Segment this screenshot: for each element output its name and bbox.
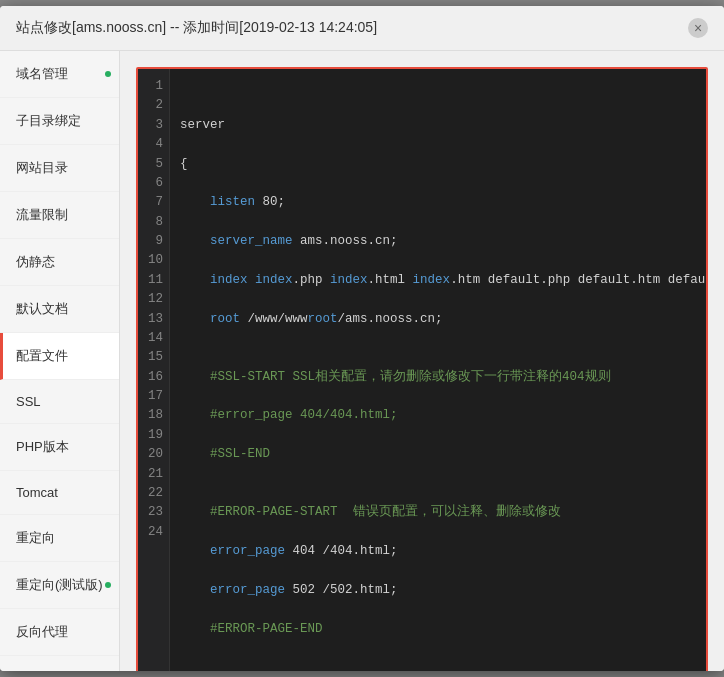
code-line-1: server [180, 116, 696, 135]
line-number-12: 12 [146, 290, 163, 309]
line-number-10: 10 [146, 251, 163, 270]
dialog-body: 域名管理子目录绑定网站目录流量限制伪静态默认文档配置文件SSLPHP版本Tomc… [0, 51, 724, 671]
close-button[interactable]: × [688, 18, 708, 38]
code-editor[interactable]: 123456789101112131415161718192021222324 … [138, 69, 706, 671]
sidebar-item-防盗链[interactable]: 防盗链 [0, 656, 119, 671]
code-editor-wrapper: 123456789101112131415161718192021222324 … [136, 67, 708, 671]
code-line-2: { [180, 155, 696, 174]
code-line-4: server_name ams.nooss.cn; [180, 232, 696, 251]
code-line-14: error_page 502 /502.html; [180, 581, 696, 600]
line-number-18: 18 [146, 406, 163, 425]
titlebar: 站点修改[ams.nooss.cn] -- 添加时间[2019-02-13 14… [0, 6, 724, 51]
code-line-9: #error_page 404/404.html; [180, 406, 696, 425]
line-number-15: 15 [146, 348, 163, 367]
line-number-11: 11 [146, 271, 163, 290]
line-number-17: 17 [146, 387, 163, 406]
main-content: 123456789101112131415161718192021222324 … [120, 51, 724, 671]
code-line-15: #ERROR-PAGE-END [180, 620, 696, 639]
sidebar: 域名管理子目录绑定网站目录流量限制伪静态默认文档配置文件SSLPHP版本Tomc… [0, 51, 120, 671]
code-line-13: error_page 404 /404.html; [180, 542, 696, 561]
sidebar-item-重定向[interactable]: 重定向 [0, 515, 119, 562]
line-number-1: 1 [146, 77, 163, 96]
line-number-16: 16 [146, 368, 163, 387]
line-number-22: 22 [146, 484, 163, 503]
sidebar-item-域名管理[interactable]: 域名管理 [0, 51, 119, 98]
sidebar-item-流量限制[interactable]: 流量限制 [0, 192, 119, 239]
line-number-19: 19 [146, 426, 163, 445]
line-number-13: 13 [146, 310, 163, 329]
line-number-23: 23 [146, 503, 163, 522]
sidebar-item-配置文件[interactable]: 配置文件 [0, 333, 119, 380]
line-number-3: 3 [146, 116, 163, 135]
sidebar-item-Tomcat[interactable]: Tomcat [0, 471, 119, 515]
line-number-2: 2 [146, 96, 163, 115]
line-number-9: 9 [146, 232, 163, 251]
sidebar-item-SSL[interactable]: SSL [0, 380, 119, 424]
code-line-10: #SSL-END [180, 445, 696, 464]
line-number-21: 21 [146, 465, 163, 484]
line-number-5: 5 [146, 155, 163, 174]
line-number-24: 24 [146, 523, 163, 542]
code-line-8: #SSL-START SSL相关配置，请勿删除或修改下一行带注释的404规则 [180, 368, 696, 387]
line-number-8: 8 [146, 213, 163, 232]
dialog-title: 站点修改[ams.nooss.cn] -- 添加时间[2019-02-13 14… [16, 19, 377, 37]
line-number-6: 6 [146, 174, 163, 193]
code-content[interactable]: server { listen 80; server_name ams.noos… [170, 69, 706, 671]
line-number-7: 7 [146, 193, 163, 212]
sidebar-item-重定向(测试版)[interactable]: 重定向(测试版) [0, 562, 119, 609]
line-number-14: 14 [146, 329, 163, 348]
sidebar-item-伪静态[interactable]: 伪静态 [0, 239, 119, 286]
code-line-12: #ERROR-PAGE-START 错误页配置，可以注释、删除或修改 [180, 503, 696, 522]
sidebar-item-反向代理[interactable]: 反向代理 [0, 609, 119, 656]
sidebar-item-子目录绑定[interactable]: 子目录绑定 [0, 98, 119, 145]
code-line-6: root /www/wwwroot/ams.nooss.cn; [180, 310, 696, 329]
line-number-4: 4 [146, 135, 163, 154]
code-line-3: listen 80; [180, 193, 696, 212]
line-number-20: 20 [146, 445, 163, 464]
sidebar-item-PHP版本[interactable]: PHP版本 [0, 424, 119, 471]
main-dialog: 站点修改[ams.nooss.cn] -- 添加时间[2019-02-13 14… [0, 6, 724, 671]
code-line-5: index index.php index.html index.htm def… [180, 271, 696, 290]
sidebar-item-默认文档[interactable]: 默认文档 [0, 286, 119, 333]
sidebar-item-网站目录[interactable]: 网站目录 [0, 145, 119, 192]
line-numbers: 123456789101112131415161718192021222324 [138, 69, 170, 671]
